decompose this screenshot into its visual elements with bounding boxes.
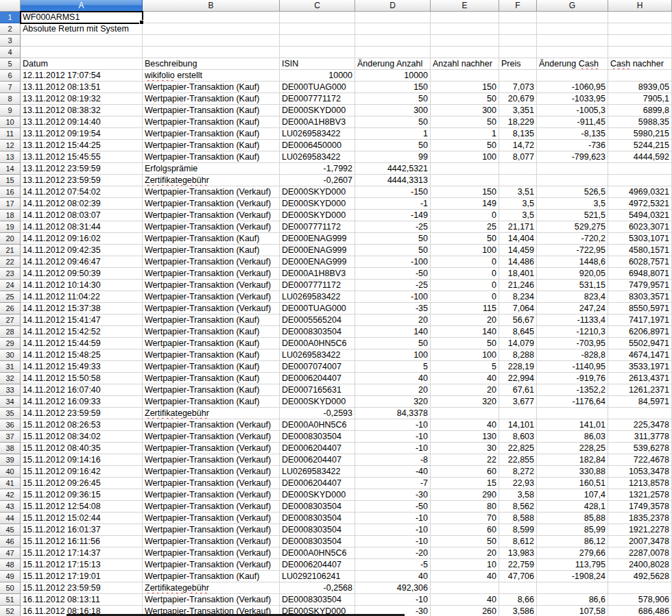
cell-b50[interactable]: Zertifikategebühr bbox=[143, 582, 280, 594]
cell-h52[interactable]: 686,486 bbox=[608, 606, 672, 616]
cell-f52[interactable]: 3,586 bbox=[499, 606, 537, 616]
cell-c35[interactable]: -0,2593 bbox=[280, 408, 355, 419]
cell-d4[interactable] bbox=[355, 47, 431, 58]
cell-b16[interactable]: Wertpapier-Transaktion (Verkauf) bbox=[143, 186, 280, 198]
row-header-13[interactable]: 13 bbox=[0, 151, 21, 163]
row-header-35[interactable]: 35 bbox=[0, 408, 21, 419]
row-header-14[interactable]: 14 bbox=[0, 163, 21, 175]
cell-b22[interactable]: Wertpapier-Transaktion (Verkauf) bbox=[143, 256, 280, 268]
cell-b10[interactable]: Wertpapier-Transaktion (Kauf) bbox=[143, 116, 280, 128]
cell-e31[interactable]: 5 bbox=[431, 361, 499, 373]
cell-d45[interactable]: -10 bbox=[355, 524, 431, 536]
cell-b26[interactable]: Wertpapier-Transaktion (Verkauf) bbox=[143, 303, 280, 315]
cell-h28[interactable]: 6206,8971 bbox=[608, 326, 672, 338]
cell-g45[interactable]: 85,99 bbox=[537, 524, 608, 536]
cell-e4[interactable] bbox=[431, 47, 499, 58]
cell-b11[interactable]: Wertpapier-Transaktion (Kauf) bbox=[143, 128, 280, 140]
row-header-11[interactable]: 11 bbox=[0, 128, 21, 140]
column-header-g[interactable]: G bbox=[537, 0, 608, 12]
cell-c51[interactable]: DE0008303504 bbox=[280, 594, 355, 606]
cell-f51[interactable]: 8,66 bbox=[499, 594, 537, 606]
cell-e5[interactable]: Anzahl nachher bbox=[431, 58, 499, 70]
cell-g6[interactable] bbox=[537, 70, 608, 82]
cell-e13[interactable]: 100 bbox=[431, 151, 499, 163]
cell-f20[interactable]: 14,404 bbox=[499, 233, 537, 245]
cell-a32[interactable]: 14.11.2012 15:50:58 bbox=[21, 373, 143, 384]
cell-g25[interactable]: 823,4 bbox=[537, 291, 608, 303]
cell-b2[interactable] bbox=[143, 23, 280, 35]
row-header-30[interactable]: 30 bbox=[0, 349, 21, 361]
cell-e46[interactable]: 50 bbox=[431, 536, 499, 547]
cell-g13[interactable]: -799,623 bbox=[537, 151, 608, 163]
cell-b46[interactable]: Wertpapier-Transaktion (Verkauf) bbox=[143, 536, 280, 547]
cell-b44[interactable]: Wertpapier-Transaktion (Verkauf) bbox=[143, 513, 280, 524]
cell-h39[interactable]: 722,4678 bbox=[608, 454, 672, 466]
cell-d35[interactable]: 84,3378 bbox=[355, 408, 431, 419]
row-header-16[interactable]: 16 bbox=[0, 186, 21, 198]
cell-a33[interactable]: 14.11.2012 16:07:40 bbox=[21, 384, 143, 396]
cell-a34[interactable]: 14.11.2012 16:09:33 bbox=[21, 396, 143, 408]
cell-f22[interactable]: 14,486 bbox=[499, 256, 537, 268]
cell-g17[interactable]: 3,5 bbox=[537, 198, 608, 210]
cell-f9[interactable]: 3,351 bbox=[499, 105, 537, 116]
cell-g1[interactable] bbox=[537, 12, 608, 23]
cell-g51[interactable]: 86,6 bbox=[537, 594, 608, 606]
cell-f29[interactable]: 14,079 bbox=[499, 338, 537, 349]
row-header-52[interactable]: 52 bbox=[0, 606, 21, 616]
cell-f27[interactable]: 56,67 bbox=[499, 315, 537, 326]
cell-b25[interactable]: Wertpapier-Transaktion (Verkauf) bbox=[143, 291, 280, 303]
cell-b18[interactable]: Wertpapier-Transaktion (Verkauf) bbox=[143, 210, 280, 221]
row-header-3[interactable]: 3 bbox=[0, 35, 21, 47]
cell-f42[interactable]: 3,58 bbox=[499, 489, 537, 501]
cell-g16[interactable]: 526,5 bbox=[537, 186, 608, 198]
cell-h23[interactable]: 6948,8071 bbox=[608, 268, 672, 280]
cell-h29[interactable]: 5502,9471 bbox=[608, 338, 672, 349]
row-header-47[interactable]: 47 bbox=[0, 547, 21, 559]
cell-d27[interactable]: 20 bbox=[355, 315, 431, 326]
cell-e8[interactable]: 50 bbox=[431, 93, 499, 105]
cell-h31[interactable]: 3533,1971 bbox=[608, 361, 672, 373]
cell-c44[interactable]: DE0008303504 bbox=[280, 513, 355, 524]
cell-f36[interactable]: 14,101 bbox=[499, 419, 537, 431]
cell-b19[interactable]: Wertpapier-Transaktion (Verkauf) bbox=[143, 221, 280, 233]
cell-b43[interactable]: Wertpapier-Transaktion (Verkauf) bbox=[143, 501, 280, 513]
cell-d25[interactable]: -100 bbox=[355, 291, 431, 303]
cell-a7[interactable]: 13.11.2012 08:13:51 bbox=[21, 82, 143, 93]
row-header-40[interactable]: 40 bbox=[0, 466, 21, 478]
cell-d20[interactable]: 50 bbox=[355, 233, 431, 245]
row-header-9[interactable]: 9 bbox=[0, 105, 21, 116]
cell-e29[interactable]: 50 bbox=[431, 338, 499, 349]
cell-c40[interactable]: LU0269583422 bbox=[280, 466, 355, 478]
row-header-2[interactable]: 2 bbox=[0, 23, 21, 35]
cell-e32[interactable]: 40 bbox=[431, 373, 499, 384]
row-header-15[interactable]: 15 bbox=[0, 175, 21, 186]
cell-d50[interactable]: 492,306 bbox=[355, 582, 431, 594]
cell-g48[interactable]: 113,795 bbox=[537, 559, 608, 571]
cell-f35[interactable] bbox=[499, 408, 537, 419]
cell-d46[interactable]: -10 bbox=[355, 536, 431, 547]
cell-b23[interactable]: Wertpapier-Transaktion (Verkauf) bbox=[143, 268, 280, 280]
cell-c42[interactable]: DE000SKYD000 bbox=[280, 489, 355, 501]
cell-f19[interactable]: 21,171 bbox=[499, 221, 537, 233]
cell-b20[interactable]: Wertpapier-Transaktion (Kauf) bbox=[143, 233, 280, 245]
cell-e28[interactable]: 140 bbox=[431, 326, 499, 338]
cell-h33[interactable]: 1261,2371 bbox=[608, 384, 672, 396]
cell-g26[interactable]: 247,24 bbox=[537, 303, 608, 315]
cell-c12[interactable]: DE0006450000 bbox=[280, 140, 355, 151]
cell-a9[interactable]: 13.11.2012 08:38:32 bbox=[21, 105, 143, 116]
cell-h22[interactable]: 6028,7571 bbox=[608, 256, 672, 268]
cell-h44[interactable]: 1835,2378 bbox=[608, 513, 672, 524]
cell-g35[interactable] bbox=[537, 408, 608, 419]
cell-g15[interactable] bbox=[537, 175, 608, 186]
cell-g44[interactable]: 85,88 bbox=[537, 513, 608, 524]
cell-f8[interactable]: 20,679 bbox=[499, 93, 537, 105]
cell-a5[interactable]: Datum bbox=[21, 58, 143, 70]
cell-g27[interactable]: -1133,4 bbox=[537, 315, 608, 326]
cell-b12[interactable]: Wertpapier-Transaktion (Kauf) bbox=[143, 140, 280, 151]
column-header-c[interactable]: C bbox=[280, 0, 355, 12]
cell-f23[interactable]: 18,401 bbox=[499, 268, 537, 280]
cell-h42[interactable]: 1321,2578 bbox=[608, 489, 672, 501]
cell-c27[interactable]: DE0005565204 bbox=[280, 315, 355, 326]
cell-c33[interactable]: DE0007165631 bbox=[280, 384, 355, 396]
cell-a1[interactable]: WF000ARMS1 bbox=[21, 12, 143, 23]
